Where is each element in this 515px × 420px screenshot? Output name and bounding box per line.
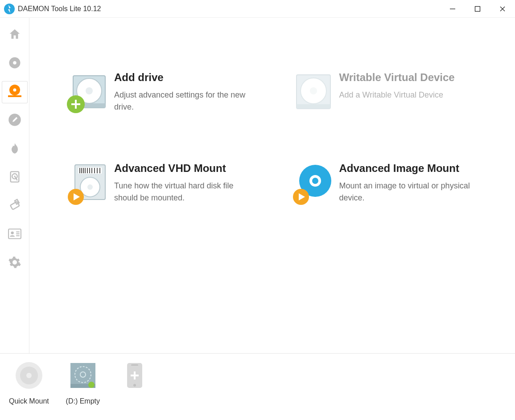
sidebar-images[interactable] [2,53,27,74]
home-icon [8,28,21,43]
svg-point-50 [312,178,318,184]
svg-rect-32 [297,104,330,109]
svg-point-6 [13,61,16,65]
disc-icon [8,56,21,71]
svg-rect-7 [8,95,21,97]
maximize-button[interactable] [465,0,490,17]
sidebar-contact[interactable] [2,224,27,245]
content-grid: Add drive Adjust advanced settings for t… [29,18,515,353]
svg-point-24 [86,87,93,94]
sidebar-home[interactable] [2,24,27,46]
svg-point-54 [26,373,32,378]
minimize-button[interactable] [440,0,465,17]
drive-slot-d[interactable]: (D:) Empty [65,362,101,405]
sidebar-settings[interactable] [2,253,27,274]
sidebar-usb[interactable] [2,196,27,217]
card-image-mount[interactable]: Advanced Image Mount Mount an image to v… [290,162,489,208]
drive-slot-icon [69,362,97,391]
card-writable-device[interactable]: Writable Virtual Device Add a Writable V… [290,71,489,118]
svg-point-9 [13,89,16,92]
card-title: Add drive [114,71,248,84]
burn-icon [8,142,21,157]
svg-point-59 [88,382,95,388]
bottombar: Quick Mount (D:) Empty [0,353,515,420]
sidebar [0,18,29,353]
main-area: Add drive Adjust advanced settings for t… [0,18,515,353]
sidebar-drives[interactable] [2,82,27,103]
close-button[interactable] [490,0,515,17]
svg-point-46 [87,184,93,190]
quick-mount-button[interactable]: Quick Mount [9,362,49,405]
edit-icon [8,113,21,128]
card-desc: Adjust advanced settings for the new dri… [114,89,248,113]
image-mount-icon [290,162,339,208]
quick-mount-icon [15,362,43,391]
usb-icon [8,199,21,214]
drive-icon [7,84,22,101]
card-desc: Mount an image to virtual or physical de… [339,180,473,204]
window-controls [440,0,515,17]
svg-rect-2 [475,6,480,11]
sidebar-burn[interactable] [2,139,27,160]
svg-point-62 [133,384,136,387]
writable-device-icon [290,71,339,118]
svg-rect-61 [131,364,138,366]
card-title: Writable Virtual Device [339,71,455,84]
sidebar-hdd[interactable] [2,167,27,188]
svg-rect-15 [10,201,19,209]
app-logo-icon [4,3,15,15]
gear-icon [8,256,21,271]
card-title: Advanced Image Mount [339,162,473,175]
card-vhd-mount[interactable]: Advanced VHD Mount Tune how the virtual … [65,162,264,208]
add-device-icon [124,362,145,391]
card-desc: Tune how the virtual hard disk file shou… [114,180,248,204]
card-add-drive[interactable]: Add drive Adjust advanced settings for t… [65,71,264,118]
add-device-button[interactable] [117,362,152,397]
svg-point-18 [11,232,13,234]
hdd-icon [8,170,21,185]
app-title: DAEMON Tools Lite 10.12 [18,5,101,13]
svg-point-31 [310,87,317,94]
contact-icon [8,228,21,241]
drive-slot-label: (D:) Empty [66,397,100,405]
card-desc: Add a Writable Virtual Device [339,89,455,101]
card-title: Advanced VHD Mount [114,162,248,175]
quick-mount-label: Quick Mount [9,397,49,405]
add-drive-icon [65,71,114,118]
titlebar: DAEMON Tools Lite 10.12 [0,0,515,18]
vhd-mount-icon [65,162,114,208]
sidebar-editor[interactable] [2,110,27,131]
